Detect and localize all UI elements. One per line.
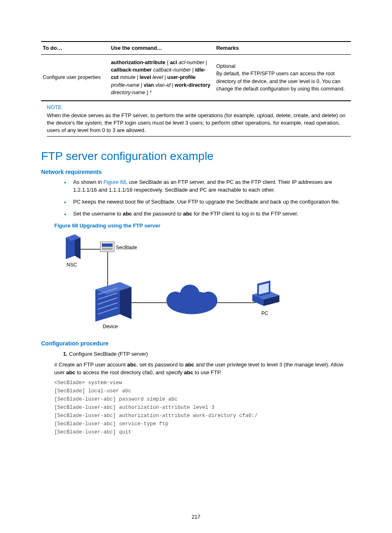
pc-icon — [252, 280, 279, 306]
cell-todo: Configure user properties — [41, 55, 109, 101]
note-label: NOTE: — [47, 104, 351, 111]
svg-rect-13 — [102, 248, 113, 250]
list-item: As shown in Figure 68, use SecBlade as a… — [64, 178, 351, 194]
text: for the FTP client to log in to the FTP … — [192, 211, 298, 217]
text: As shown in — [73, 179, 104, 185]
svg-point-7 — [180, 285, 200, 304]
svg-point-6 — [199, 292, 217, 310]
text: Set the username to — [73, 211, 123, 217]
bold: abc — [66, 369, 75, 375]
procedure-paragraph: # Create an FTP user account abc, set it… — [54, 361, 351, 377]
th-cmd: Use the command… — [109, 42, 214, 55]
nsc-icon — [66, 234, 81, 259]
th-todo: To do… — [41, 42, 109, 55]
text: # Create an FTP user account — [54, 362, 127, 368]
bold: abc — [184, 369, 193, 375]
list-item: Set the username to abc and the password… — [64, 210, 351, 218]
network-requirements-heading: Network requirements — [41, 168, 351, 176]
text: , set its password to — [136, 362, 185, 368]
cloud-icon — [166, 285, 217, 314]
text: to use FTP. — [193, 369, 221, 375]
bold: abc — [123, 211, 132, 217]
bold: abc — [185, 362, 194, 368]
list-item: PC keeps the newest boot file of SecBlad… — [64, 198, 351, 206]
cell-remarks: Optional By default, the FTP/SFTP users … — [214, 55, 351, 101]
network-diagram: SecBlade NSC Device PC — [54, 233, 284, 336]
section-title: FTP server configuration example — [41, 148, 351, 164]
text: and the password to — [132, 211, 183, 217]
label-nsc: NSC — [67, 262, 77, 268]
text: to access the root directory cfa0, and s… — [75, 369, 184, 375]
command-table: To do… Use the command… Remarks Configur… — [41, 41, 351, 101]
requirements-list: As shown in Figure 68, use SecBlade as a… — [41, 178, 351, 218]
cli-block: <SecBlade> system-view [SecBlade] local-… — [54, 379, 351, 436]
figure-link[interactable]: Figure 68 — [104, 179, 126, 185]
cell-command: authorization-attribute { acl acl-number… — [109, 55, 214, 101]
svg-rect-12 — [102, 243, 113, 247]
label-pc: PC — [261, 311, 268, 316]
label-secblade: SecBlade — [116, 245, 137, 250]
table-row: Configure user properties authorization-… — [41, 55, 351, 101]
th-rem: Remarks — [214, 42, 351, 55]
figure-caption: Figure 68 Upgrading using the FTP server — [54, 222, 351, 229]
list-item: Configure SecBlade (FTP server) — [69, 350, 351, 358]
bold: abc — [127, 362, 136, 368]
step-text: Configure SecBlade (FTP server) — [69, 351, 148, 357]
note-text: When the device serves as the FTP server… — [47, 112, 351, 137]
procedure-list: Configure SecBlade (FTP server) — [41, 350, 351, 358]
device-icon — [95, 282, 131, 322]
secblade-icon — [100, 242, 114, 252]
bold: abc — [183, 211, 192, 217]
page-number: 217 — [0, 513, 392, 521]
label-device: Device — [103, 324, 118, 329]
config-procedure-heading: Configuration procedure — [41, 340, 351, 348]
